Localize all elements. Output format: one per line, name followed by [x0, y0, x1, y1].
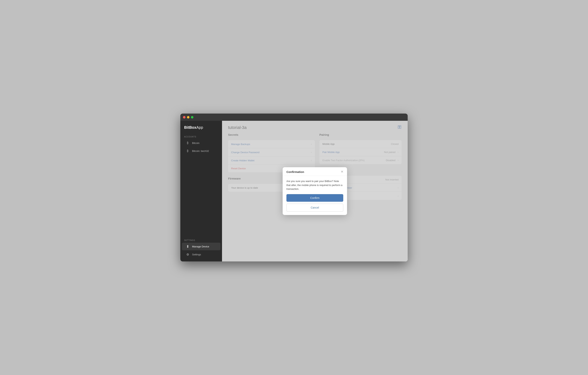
bitcoin-bech32-icon: ₿ [186, 149, 190, 153]
close-button[interactable] [183, 116, 185, 119]
modal-title: Confirmation [286, 170, 304, 174]
sidebar-item-bitcoin[interactable]: ₿ Bitcoin [182, 139, 220, 147]
modal-body: Are you sure you want to pair your BitBo… [283, 176, 347, 215]
minimize-button[interactable] [187, 116, 189, 119]
settings-section-label: SETTINGS [180, 238, 222, 243]
confirmation-modal: Confirmation ✕ Are you sure you want to … [283, 167, 347, 215]
main-content: tutorial-3a Secrets [222, 121, 408, 261]
modal-message: Are you sure you want to pair your BitBo… [286, 179, 343, 191]
sidebar: BitBoxApp ACCOUNTS ₿ Bitcoin ₿ Bitcoin: … [180, 121, 222, 261]
svg-rect-1 [188, 247, 188, 248]
sidebar-item-manage-device[interactable]: Manage Device [182, 243, 220, 250]
sidebar-item-bitcoin-bech32[interactable]: ₿ Bitcoin: bech32 [182, 147, 220, 155]
sidebar-item-label-bech32: Bitcoin: bech32 [192, 150, 209, 153]
sidebar-item-label-settings: Settings [192, 253, 201, 256]
confirm-button[interactable]: Confirm [286, 194, 343, 202]
logo-bold: BitBox [184, 125, 196, 130]
traffic-lights [183, 116, 193, 119]
app-window: BitBoxApp ACCOUNTS ₿ Bitcoin ₿ Bitcoin: … [180, 114, 408, 261]
logo-light: App [196, 125, 203, 130]
titlebar [180, 114, 408, 121]
app-logo: BitBoxApp [180, 124, 222, 134]
sidebar-item-label-bitcoin: Bitcoin [192, 142, 200, 144]
sidebar-item-label-manage-device: Manage Device [192, 245, 209, 248]
cancel-button[interactable]: Cancel [286, 204, 343, 211]
settings-gear-icon: ⚙ [186, 252, 190, 256]
fullscreen-button[interactable] [191, 116, 193, 119]
app-body: BitBoxApp ACCOUNTS ₿ Bitcoin ₿ Bitcoin: … [180, 121, 408, 261]
manage-device-icon [186, 244, 190, 249]
modal-close-button[interactable]: ✕ [341, 170, 343, 173]
accounts-section-label: ACCOUNTS [180, 134, 222, 139]
sidebar-item-settings[interactable]: ⚙ Settings [182, 251, 220, 258]
modal-overlay: Confirmation ✕ Are you sure you want to … [222, 121, 408, 261]
sidebar-spacer [180, 155, 222, 238]
modal-header: Confirmation ✕ [283, 167, 347, 176]
bitcoin-icon: ₿ [186, 141, 190, 145]
